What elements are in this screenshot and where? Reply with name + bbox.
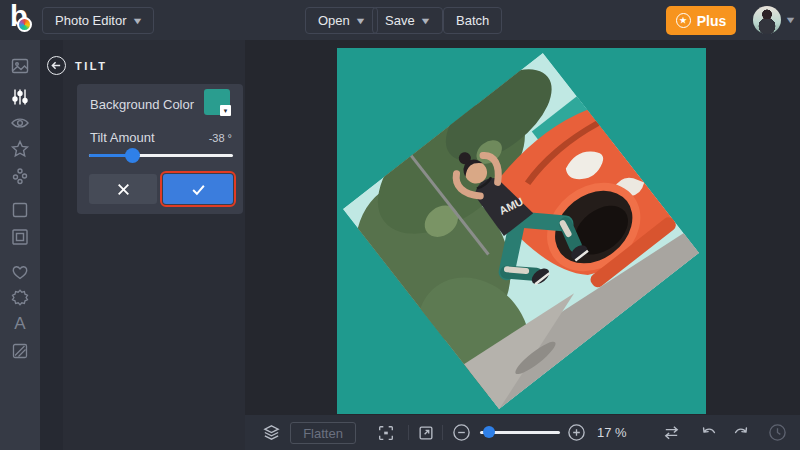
panel-back-strip: [40, 40, 63, 450]
close-icon: [116, 182, 131, 197]
app-switcher-menu[interactable]: Photo Editor ▼: [42, 7, 154, 34]
layers-button[interactable]: [259, 415, 283, 450]
canvas-photo[interactable]: AMU: [343, 53, 700, 410]
frame-icon: [10, 227, 30, 247]
sidebar-item-artsy[interactable]: [10, 139, 30, 159]
canvas: AMU: [337, 48, 706, 414]
befunky-logo[interactable]: b: [10, 4, 40, 36]
flatten-label: Flatten: [303, 426, 343, 441]
sidebar-item-textures[interactable]: [10, 341, 30, 361]
compare-button[interactable]: [657, 415, 685, 450]
sidebar-item-frames[interactable]: [10, 227, 30, 247]
batch-button[interactable]: Batch: [443, 7, 502, 34]
redo-icon: [732, 424, 750, 442]
tilt-slider[interactable]: [89, 148, 233, 163]
sidebar-item-graphics[interactable]: [10, 288, 30, 308]
eye-icon: [10, 113, 30, 133]
sidebar-item-edit[interactable]: [10, 56, 30, 76]
plus-label: Plus: [697, 13, 727, 29]
tilt-slider-thumb[interactable]: [125, 148, 140, 163]
chevron-down-icon: ▼: [354, 16, 366, 26]
bottom-toolbar: Flatten 17 %: [245, 415, 800, 450]
plus-circle-icon: [567, 423, 586, 442]
sidebar-item-effects[interactable]: [10, 113, 30, 133]
panel-title: TILT: [75, 60, 107, 72]
toolbar-divider: [442, 425, 443, 440]
text-tool-icon: A: [14, 314, 25, 334]
square-icon: [10, 200, 30, 220]
layers-icon: [262, 423, 281, 442]
checkmark-icon: [191, 182, 206, 197]
plus-upgrade-button[interactable]: ★ Plus: [666, 6, 736, 35]
zoom-slider-thumb[interactable]: [483, 426, 495, 438]
adjust-sliders-icon: [10, 87, 30, 107]
sidebar-item-text[interactable]: A: [10, 314, 30, 334]
save-label: Save: [385, 13, 415, 28]
zoom-slider[interactable]: [480, 431, 560, 434]
photo-scene: AMU: [343, 53, 700, 410]
zoom-in-button[interactable]: [563, 415, 589, 450]
minus-circle-icon: [452, 423, 471, 442]
tools-sidebar: A ?: [0, 40, 40, 450]
star-circle-icon: ★: [676, 13, 691, 28]
sidebar-item-favorites[interactable]: [10, 262, 30, 282]
sidebar-item-crop-square[interactable]: [10, 200, 30, 220]
chevron-down-icon: ▼: [419, 16, 431, 26]
open-label: Open: [318, 13, 350, 28]
dots-icon: [10, 166, 30, 186]
chevron-down-icon: ▼: [131, 16, 143, 26]
batch-label: Batch: [456, 13, 489, 28]
fullscreen-button[interactable]: [413, 415, 439, 450]
avatar-chevron-down-icon[interactable]: ▼: [784, 15, 796, 25]
app-switcher-label: Photo Editor: [55, 13, 127, 28]
confirm-button[interactable]: [163, 174, 233, 204]
workspace: AMU: [245, 40, 800, 415]
star-icon: [10, 139, 30, 159]
tilt-panel: TILT Background Color ▼ Tilt Amount -38 …: [40, 40, 245, 450]
open-in-new-icon: [417, 424, 435, 442]
history-button[interactable]: [763, 415, 791, 450]
zoom-percentage: 17 %: [597, 415, 627, 450]
tilt-amount-value: -38 °: [209, 132, 232, 144]
texture-icon: [10, 341, 30, 361]
image-icon: [10, 56, 30, 76]
user-avatar[interactable]: [753, 6, 781, 34]
background-color-swatch[interactable]: ▼: [204, 89, 230, 115]
tilt-options-card: Background Color ▼ Tilt Amount -38 °: [77, 84, 243, 214]
redo-button[interactable]: [727, 415, 755, 450]
sidebar-item-adjust[interactable]: [10, 87, 30, 107]
top-bar: b Photo Editor ▼ Open ▼ Save ▼ Batch ★ P…: [0, 0, 800, 40]
background-color-label: Background Color: [90, 97, 194, 112]
undo-icon: [700, 424, 718, 442]
fit-screen-icon: [377, 424, 395, 442]
toolbar-divider: [408, 425, 409, 440]
logo-color-disc: [17, 17, 32, 32]
sidebar-item-touchup[interactable]: [10, 166, 30, 186]
undo-button[interactable]: [695, 415, 723, 450]
open-button[interactable]: Open ▼: [305, 7, 378, 34]
save-button[interactable]: Save ▼: [372, 7, 443, 34]
back-button[interactable]: [47, 56, 66, 75]
heart-icon: [10, 262, 30, 282]
badge-icon: [10, 288, 30, 308]
cancel-button[interactable]: [89, 174, 157, 204]
swatch-dropdown-icon: ▼: [220, 105, 231, 116]
compare-arrows-icon: [662, 423, 681, 442]
history-clock-icon: [768, 423, 787, 442]
tilt-amount-label: Tilt Amount: [90, 130, 155, 145]
zoom-out-button[interactable]: [448, 415, 474, 450]
fit-to-screen-button[interactable]: [373, 415, 399, 450]
arrow-left-icon: [51, 60, 62, 71]
flatten-button[interactable]: Flatten: [290, 422, 356, 444]
